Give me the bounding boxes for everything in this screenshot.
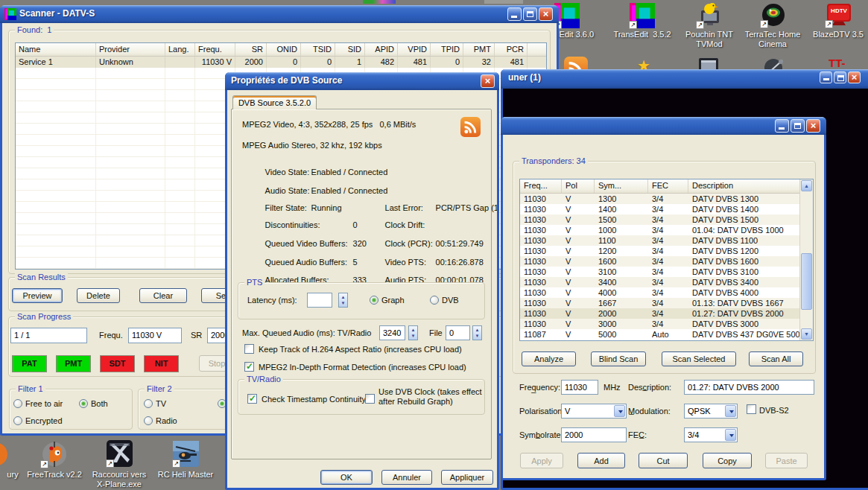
symbolrate-input[interactable]: 2000 [561, 427, 627, 442]
cancel-button[interactable]: Annuler [381, 470, 432, 485]
table-row[interactable]: Service 1Unknown11030 V20000014824810324… [16, 57, 546, 68]
add-button[interactable]: Add [577, 453, 625, 468]
scroll-up-icon[interactable]: ▲ [801, 180, 812, 191]
radio-label[interactable]: Both [91, 399, 108, 408]
transponder-row[interactable]: 11030V15003/4DATV DVBS 1500 [520, 214, 800, 225]
column-header[interactable]: VPID [398, 43, 431, 56]
column-header[interactable]: Provider [96, 43, 165, 56]
dvbclock-checkbox[interactable] [365, 394, 375, 404]
desktop-icon-pouchin[interactable]: ↗ [697, 1, 722, 28]
max-queued-spinbox[interactable]: 3240 [379, 325, 405, 340]
delete-button[interactable]: Delete [77, 288, 120, 303]
column-header[interactable]: FEC [648, 179, 688, 193]
radio-tv[interactable] [144, 399, 153, 408]
cut-button[interactable]: Cut [639, 453, 688, 468]
radio-label[interactable]: Graph [381, 296, 405, 305]
column-header[interactable]: SR [235, 43, 267, 56]
radio-label[interactable]: Free to air [25, 399, 63, 408]
clear-button[interactable]: Clear [139, 288, 187, 303]
radio-label[interactable]: DVB [442, 296, 459, 305]
tt-logo-fragment[interactable]: TT- [829, 57, 858, 69]
column-header[interactable]: PMT [463, 43, 495, 56]
radio-label[interactable]: Encrypted [25, 416, 63, 425]
desktop-icon-label[interactable]: BlazeDTV 3.5 [805, 30, 868, 39]
satellite-icon-fragment[interactable] [761, 57, 787, 70]
desktop-icon-partial[interactable] [0, 442, 10, 466]
transponder-row[interactable]: 11030V31003/4DATV DVBS 3100 [520, 267, 800, 277]
radio-label[interactable]: Radio [156, 416, 177, 425]
radio-label[interactable]: TV [156, 399, 166, 408]
radio-dvb[interactable] [430, 296, 439, 305]
transponder-row[interactable]: 11030V30003/4DATV DVBS 3000 [520, 319, 800, 329]
dialog-titlebar[interactable]: Propriétés de DVB Source × [225, 72, 499, 90]
radio-both[interactable] [79, 399, 88, 408]
modulation-select[interactable]: QPSK [684, 404, 738, 419]
desktop-icon-blazedtv[interactable]: HDTV ↗ [826, 2, 852, 28]
column-header[interactable]: Description [688, 179, 800, 193]
desktop-icon-rcheli[interactable]: ↗ [173, 441, 199, 467]
freq-field[interactable]: 11030 V [128, 328, 182, 343]
scrollbar-thumb[interactable] [801, 253, 812, 310]
maximize-button[interactable] [834, 71, 846, 83]
close-button[interactable]: × [539, 7, 553, 21]
transponder-row[interactable]: 11030V34003/4DATV DVBS 3400 [520, 277, 800, 287]
scrollbar[interactable]: ▲ ▼ [799, 179, 813, 340]
transponder-row[interactable]: 11030V16673/401.13: DATV DVBS 1667 [520, 298, 800, 308]
desktop-icon-terratec[interactable]: ↗ [761, 2, 786, 28]
dvbs2-checkbox[interactable] [747, 404, 756, 414]
h264-checkbox[interactable] [244, 344, 254, 354]
column-header[interactable]: Sym... [595, 179, 648, 193]
close-button[interactable]: × [848, 71, 861, 83]
desktop-icon-label[interactable]: Raccourci vers X-Plane.exe [86, 470, 153, 489]
minimize-button[interactable] [775, 119, 789, 133]
latency-spinner[interactable] [338, 293, 348, 308]
column-header[interactable]: Frequ. [195, 43, 235, 56]
tuner-back-titlebar[interactable]: uner (1) × [501, 69, 868, 89]
column-header[interactable]: TPID [431, 43, 463, 56]
desktop-icon-xplane[interactable]: ↗ [107, 440, 133, 467]
transponder-list[interactable]: Freq...PolSym...FECDescription11030V1300… [519, 179, 814, 341]
transponder-row[interactable]: 11030V11003/4DATV DVBS 1100 [520, 235, 800, 246]
timestamp-checkbox-label[interactable]: Check Timestamp Continuity [262, 395, 366, 404]
minimize-button[interactable] [507, 7, 522, 21]
tab-dvb-source[interactable]: DVB Source 3.5.2.0 [232, 95, 317, 109]
apply-button[interactable]: Appliquer [441, 470, 493, 485]
transponder-row[interactable]: 11030V10003/401.04: DATV DVBS 1000 [520, 225, 800, 235]
tuner-front-titlebar[interactable]: × [501, 117, 826, 135]
mpeg2-checkbox[interactable] [244, 362, 254, 372]
radio-free-to-air[interactable] [13, 399, 22, 408]
mpeg2-checkbox-label[interactable]: MPEG2 In-Depth Format Detection (increas… [259, 363, 466, 372]
radio-encrypted[interactable] [13, 416, 22, 425]
transponder-row[interactable]: 11030V20003/401.27: DATV DVBS 2000 [520, 308, 800, 319]
desktop-icon-freetrack[interactable]: ↗ [41, 441, 68, 468]
transponder-row[interactable]: 11087V5000AutoDATV DVBS 437 DG0VE 5000 [520, 329, 800, 340]
column-header[interactable]: PCR [495, 43, 528, 56]
column-header[interactable]: ONID [267, 43, 301, 56]
maximize-button[interactable] [791, 119, 805, 133]
column-header[interactable]: SID [335, 43, 365, 56]
monitor-icon-fragment[interactable] [697, 57, 720, 70]
polarisation-select[interactable]: V [561, 404, 627, 419]
ok-button[interactable]: OK [320, 470, 373, 485]
star-icon-fragment[interactable]: ★ [637, 57, 659, 70]
radio-graph[interactable] [370, 296, 378, 305]
column-header[interactable]: APID [365, 43, 398, 56]
desktop-icon-label[interactable]: TransEdit 3.5.2 [609, 30, 676, 39]
scanner-titlebar[interactable]: Scanner - DATV-S × [0, 5, 559, 23]
preview-button[interactable]: Preview [12, 288, 63, 303]
column-header[interactable]: Pol [562, 179, 595, 193]
scan-selected-button[interactable]: Scan Selected [662, 351, 736, 366]
analyze-button[interactable]: Analyze [522, 351, 576, 366]
h264-checkbox-label[interactable]: Keep Track of H.264 Aspect Ratio (increa… [259, 345, 462, 354]
dvbs2-label[interactable]: DVB-S2 [759, 406, 789, 415]
max-queued-spinner[interactable] [408, 325, 418, 340]
scroll-down-icon[interactable]: ▼ [801, 328, 812, 340]
desktop-icon-label[interactable]: Pouchin TNT TVMod [676, 30, 743, 49]
maximize-button[interactable] [523, 7, 537, 21]
paste-button[interactable]: Paste [765, 453, 808, 468]
latency-spinbox[interactable]: 300 [307, 293, 332, 308]
apply-button[interactable]: Apply [520, 453, 563, 468]
transponder-row[interactable]: 11030V14003/4DATV DVBS 1400 [520, 204, 800, 214]
file-spinner[interactable] [472, 325, 482, 340]
minimize-button[interactable] [820, 71, 832, 83]
